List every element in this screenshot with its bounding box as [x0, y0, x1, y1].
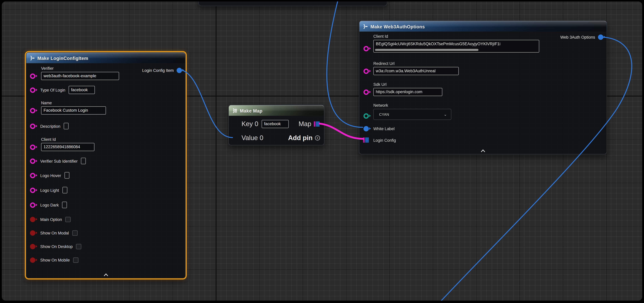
client-id-value-input[interactable]: BEglQSgt4cUWcj6SKRdu5QkOXTsePmMcusG5EAoy…	[373, 40, 539, 52]
name-label: Name	[41, 100, 185, 106]
show-on-mobile-checkbox[interactable]	[73, 257, 78, 263]
node-make-login-config-item[interactable]: Make LoginConfigItem Login Config Item V…	[26, 52, 186, 278]
name-input-pin[interactable]	[30, 108, 35, 113]
network-selected-value: CYAN	[379, 112, 389, 116]
field-row-show-on-desktop: Show On Desktop	[26, 242, 185, 250]
description-label: Description	[40, 124, 60, 128]
field-row-logo-light: Logo Light	[26, 186, 185, 194]
field-row-sdk-url: Sdk Urlhttps://sdk.openlogin.com	[360, 82, 607, 96]
field-row-main-option: Main Option	[26, 215, 185, 224]
node-header-make-login-config-item[interactable]: Make LoginConfigItem	[26, 52, 185, 63]
sdk-url-input-pin[interactable]	[364, 89, 369, 95]
type-of-login-input-pin[interactable]	[30, 87, 35, 93]
logo-light-input-pin[interactable]	[30, 188, 35, 193]
node-make-web3auth-options[interactable]: Make Web3AuthOptions Web 3Auth Options C…	[359, 20, 607, 154]
main-option-checkbox[interactable]	[65, 216, 71, 222]
output-pin-label: Login Config Item	[142, 68, 174, 73]
description-input-pin[interactable]	[30, 124, 35, 129]
field-row-login-config: Login Config	[360, 136, 607, 144]
show-on-desktop-checkbox[interactable]	[76, 244, 81, 249]
login-config-label: Login Config	[373, 138, 396, 142]
wire-login-config-item-to-value0[interactable]	[178, 70, 232, 138]
client-id-value-input[interactable]: 1222658941886084	[41, 143, 94, 151]
make-map-icon	[232, 108, 238, 114]
logo-hover-label: Logo Hover	[40, 173, 61, 178]
collapse-node-caret[interactable]	[104, 274, 108, 276]
field-row-show-on-mobile: Show On Mobile	[26, 256, 185, 264]
client-id-input-pin[interactable]	[30, 144, 35, 150]
client-id-input-pin[interactable]	[364, 46, 369, 51]
make-struct-icon	[362, 24, 368, 29]
field-row-show-on-modal: Show On Modal	[26, 229, 185, 237]
key0-input-pin[interactable]	[233, 121, 238, 127]
web3auth-options-output-pin[interactable]	[598, 34, 604, 40]
verifier-sub-identifier-input-pin[interactable]	[30, 158, 35, 164]
type-of-login-value-input[interactable]: facebook	[68, 86, 95, 94]
show-on-modal-checkbox[interactable]	[72, 230, 78, 236]
client-id-value-text: BEglQSgt4cUWcj6SKRdu5QkOXTsePmMcusG5EAoy…	[376, 42, 500, 46]
redirect-url-value-input[interactable]: w3a://com.w3a.Web3AuthUnreal	[373, 67, 459, 75]
show-on-mobile-label: Show On Mobile	[40, 258, 70, 262]
logo-light-label: Logo Light	[40, 188, 59, 192]
network-input-pin[interactable]	[364, 113, 369, 118]
show-on-desktop-label: Show On Desktop	[40, 244, 73, 248]
field-row-network: NetworkCYAN⌄	[360, 103, 607, 120]
grid-origin-vertical-line	[216, 2, 216, 300]
login-config-input-pin[interactable]	[363, 137, 369, 143]
node-header-make-map[interactable]: Make Map	[229, 105, 324, 116]
map-output-label: Map	[298, 120, 311, 128]
verifier-value-input[interactable]: web3auth-facebook-example	[41, 72, 119, 80]
add-pin-label: Add pin	[288, 134, 312, 142]
value0-label: Value 0	[242, 134, 263, 142]
field-row-client-id: Client Id1222658941886084	[26, 137, 185, 151]
add-pin-button[interactable]: +	[315, 136, 320, 140]
show-on-modal-label: Show On Modal	[40, 230, 69, 235]
node-title: Make Map	[240, 108, 262, 113]
white-label-input-pin[interactable]	[364, 126, 369, 131]
field-row-type-of-login: Type Of Loginfacebook	[26, 86, 185, 94]
field-row-white-label: White Label	[360, 125, 607, 132]
node-title: Make LoginConfigItem	[38, 56, 88, 60]
node-make-map[interactable]: Make Map Key 0 facebook Map Value 0 A	[228, 105, 324, 145]
show-on-mobile-input-pin[interactable]	[30, 257, 35, 263]
horizontal-scrollbar-thumb[interactable]	[375, 49, 478, 51]
show-on-modal-input-pin[interactable]	[30, 230, 35, 236]
logo-hover-value-input[interactable]	[64, 172, 69, 179]
key0-value-input[interactable]: facebook	[262, 120, 289, 128]
wire-offscreen-to-white-label[interactable]	[327, 2, 363, 127]
field-row-logo-dark: Logo Dark	[26, 201, 185, 209]
redirect-url-input-pin[interactable]	[364, 68, 369, 74]
field-row-redirect-url: Redirect Urlw3a://com.w3a.Web3AuthUnreal	[360, 61, 607, 75]
output-pin-label: Web 3Auth Options	[560, 35, 595, 40]
output-web3auth-options[interactable]: Web 3Auth Options	[560, 34, 603, 40]
collapse-node-caret[interactable]	[481, 150, 485, 152]
network-dropdown[interactable]: CYAN⌄	[373, 109, 451, 120]
logo-light-value-input[interactable]	[62, 187, 67, 194]
name-value-input[interactable]: Facebook Custom Login	[41, 106, 106, 115]
client-id-label: Client Id	[41, 137, 185, 142]
map-output-pin[interactable]	[314, 121, 320, 127]
node-title: Make Web3AuthOptions	[370, 24, 425, 29]
chevron-down-icon: ⌄	[444, 112, 447, 116]
offscreen-node-bottom-edge[interactable]	[198, 2, 388, 6]
blueprint-graph-viewport[interactable]: Make LoginConfigItem Login Config Item V…	[2, 2, 642, 300]
verifier-sub-identifier-label: Verifier Sub Identifier	[40, 159, 78, 163]
verifier-sub-identifier-value-input[interactable]	[81, 158, 86, 164]
logo-dark-value-input[interactable]	[62, 202, 67, 208]
logo-dark-input-pin[interactable]	[30, 202, 35, 208]
value0-input-pin[interactable]	[233, 135, 238, 141]
wire-map-to-login-config[interactable]	[320, 124, 363, 139]
verifier-input-pin[interactable]	[30, 73, 35, 79]
show-on-desktop-input-pin[interactable]	[30, 244, 35, 249]
description-value-input[interactable]	[64, 123, 69, 130]
sdk-url-label: Sdk Url	[373, 82, 606, 87]
sdk-url-value-input[interactable]: https://sdk.openlogin.com	[373, 88, 442, 96]
field-row-logo-hover: Logo Hover	[26, 171, 185, 180]
field-row-verifier-sub-identifier: Verifier Sub Identifier	[26, 157, 185, 165]
blueprint-grid[interactable]: Make LoginConfigItem Login Config Item V…	[2, 2, 642, 300]
main-option-input-pin[interactable]	[30, 216, 35, 222]
output-login-config-item[interactable]: Login Config Item	[142, 68, 182, 73]
logo-hover-input-pin[interactable]	[30, 173, 35, 178]
login-config-item-output-pin[interactable]	[177, 68, 182, 73]
node-header-make-web3auth-options[interactable]: Make Web3AuthOptions	[360, 21, 607, 32]
